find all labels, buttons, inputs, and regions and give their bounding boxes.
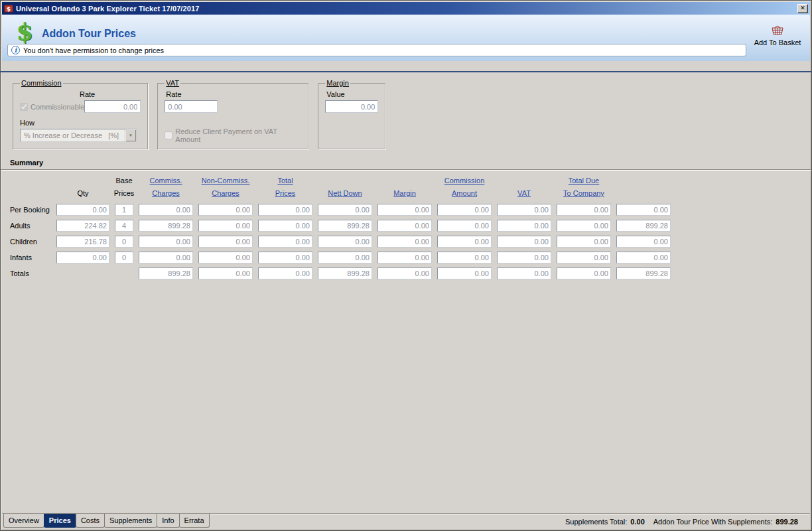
children-commission-amount-input[interactable] xyxy=(497,236,551,248)
page-header: $ Addon Tour Prices Add To Basket i You … xyxy=(2,15,810,61)
col-total-due-link[interactable]: Total DueTo Company xyxy=(557,177,611,197)
adults-nettdown-input[interactable] xyxy=(377,220,432,232)
commission-rate-input[interactable] xyxy=(84,100,141,113)
children-total-due-input[interactable] xyxy=(616,236,671,248)
close-button[interactable]: ✕ xyxy=(797,4,808,13)
adults-commiss-input[interactable] xyxy=(198,220,253,232)
row-label-infants: Infants xyxy=(10,254,51,262)
children-vat-input[interactable] xyxy=(557,236,611,248)
children-total-input[interactable] xyxy=(318,236,372,248)
app-window: $ Universal Orlando 3 Park Explorer Tick… xyxy=(0,0,812,531)
commissionable-checkbox[interactable] xyxy=(20,103,28,111)
infants-total-input[interactable] xyxy=(318,252,372,264)
col-commiss-charges-link[interactable]: Commiss.Charges xyxy=(139,177,193,197)
adults-vat-input[interactable] xyxy=(557,220,611,232)
children-nettdown-input[interactable] xyxy=(377,236,432,248)
per-booking-qty-input[interactable] xyxy=(115,204,133,216)
chevron-down-icon[interactable]: ▼ xyxy=(125,129,136,141)
tab-prices[interactable]: Prices xyxy=(44,514,76,528)
adults-total-input[interactable] xyxy=(318,220,372,232)
window-icon: $ xyxy=(4,4,13,13)
summary-header-row: Qty BasePrices Commiss.Charges Non-Commi… xyxy=(10,177,805,197)
vat-rate-label: Rate xyxy=(166,90,301,98)
summary-row-infants: Infants xyxy=(10,250,805,266)
totals-commiss-input[interactable] xyxy=(198,267,253,279)
adults-noncommiss-input[interactable] xyxy=(258,220,312,232)
children-noncommiss-input[interactable] xyxy=(258,236,312,248)
per-booking-total-due-input[interactable] xyxy=(616,204,671,216)
summary-title: Summary xyxy=(10,159,811,167)
with-supplements-value: 899.28 xyxy=(776,518,798,526)
tab-errata[interactable]: Errata xyxy=(179,514,210,528)
tab-costs[interactable]: Costs xyxy=(76,514,105,528)
col-margin-link[interactable]: Margin xyxy=(377,177,432,197)
totals-total-input[interactable] xyxy=(318,267,372,279)
adults-base-input[interactable] xyxy=(139,220,193,232)
per-booking-total-input[interactable] xyxy=(318,204,372,216)
summary-divider xyxy=(1,169,811,171)
infants-total-due-input[interactable] xyxy=(616,252,671,264)
adults-commission-amount-input[interactable] xyxy=(497,220,551,232)
reduce-client-payment-checkbox[interactable] xyxy=(165,131,172,139)
permission-notice-text: You don't have permission to change pric… xyxy=(23,46,164,54)
summary-row-children: Children xyxy=(10,234,805,250)
adults-total-due-input[interactable] xyxy=(616,220,671,232)
tab-supplements[interactable]: Supplements xyxy=(104,514,157,528)
per-booking-noncommiss-input[interactable] xyxy=(258,204,312,216)
commission-group: Commission Rate Commissionable How % Inc… xyxy=(13,79,148,149)
footer-bar: Overview Prices Costs Supplements Info E… xyxy=(2,513,810,529)
totals-total-due-input[interactable] xyxy=(616,267,671,279)
infants-base-input[interactable] xyxy=(139,252,193,264)
basket-icon xyxy=(770,29,785,37)
row-label-per-booking: Per Booking xyxy=(10,206,51,214)
add-to-basket-label: Add To Basket xyxy=(752,38,803,46)
col-non-commiss-charges-link[interactable]: Non-Commiss.Charges xyxy=(198,177,253,197)
infants-vat-input[interactable] xyxy=(557,252,611,264)
infants-nettdown-input[interactable] xyxy=(377,252,432,264)
per-booking-commiss-input[interactable] xyxy=(198,204,253,216)
totals-noncommiss-input[interactable] xyxy=(258,267,312,279)
col-qty-header: Qty xyxy=(77,190,88,197)
children-base-input[interactable] xyxy=(139,236,193,248)
per-booking-margin-input[interactable] xyxy=(437,204,492,216)
col-vat-link[interactable]: VAT xyxy=(497,177,551,197)
infants-qty-input[interactable] xyxy=(115,252,133,264)
col-nett-down-link[interactable]: Nett Down xyxy=(318,177,372,197)
empty-content-area xyxy=(1,281,811,513)
per-booking-unit-price-input[interactable] xyxy=(56,204,109,216)
with-supplements-label: Addon Tour Price With Supplements: xyxy=(653,518,773,526)
add-to-basket-button[interactable]: Add To Basket xyxy=(752,24,803,46)
children-qty-input[interactable] xyxy=(115,236,133,248)
totals-base-input[interactable] xyxy=(139,267,193,279)
per-booking-vat-input[interactable] xyxy=(557,204,611,216)
col-total-prices-link[interactable]: TotalPrices xyxy=(258,177,312,197)
per-booking-commission-amount-input[interactable] xyxy=(497,204,551,216)
margin-value-input[interactable] xyxy=(325,100,378,113)
tab-overview[interactable]: Overview xyxy=(3,514,44,528)
totals-commission-amount-input[interactable] xyxy=(497,267,551,279)
adults-margin-input[interactable] xyxy=(437,220,492,232)
infants-commission-amount-input[interactable] xyxy=(497,252,551,264)
children-commiss-input[interactable] xyxy=(198,236,253,248)
children-margin-input[interactable] xyxy=(437,236,492,248)
per-booking-nettdown-input[interactable] xyxy=(377,204,432,216)
totals-nettdown-input[interactable] xyxy=(377,267,432,279)
infants-unit-price-input[interactable] xyxy=(56,252,109,264)
infants-margin-input[interactable] xyxy=(437,252,492,264)
adults-unit-price-input[interactable] xyxy=(56,220,109,232)
totals-margin-input[interactable] xyxy=(437,267,492,279)
tab-info[interactable]: Info xyxy=(157,514,179,528)
reduce-client-payment-text: Reduce Client Payment on VAT Amount xyxy=(175,127,301,143)
vat-rate-input[interactable] xyxy=(165,100,218,113)
infants-noncommiss-input[interactable] xyxy=(258,252,312,264)
per-booking-base-input[interactable] xyxy=(139,204,193,216)
adults-qty-input[interactable] xyxy=(115,220,133,232)
children-unit-price-input[interactable] xyxy=(56,236,109,248)
margin-group: Margin Value xyxy=(318,79,385,149)
commission-how-dropdown[interactable]: % Increase or Decrease [%] ▼ xyxy=(20,129,137,142)
col-commission-amount-link[interactable]: CommissionAmount xyxy=(437,177,492,197)
margin-value-label: Value xyxy=(326,90,378,98)
infants-commiss-input[interactable] xyxy=(198,252,253,264)
summary-table: Qty BasePrices Commiss.Charges Non-Commi… xyxy=(10,177,805,281)
totals-vat-input[interactable] xyxy=(557,267,611,279)
